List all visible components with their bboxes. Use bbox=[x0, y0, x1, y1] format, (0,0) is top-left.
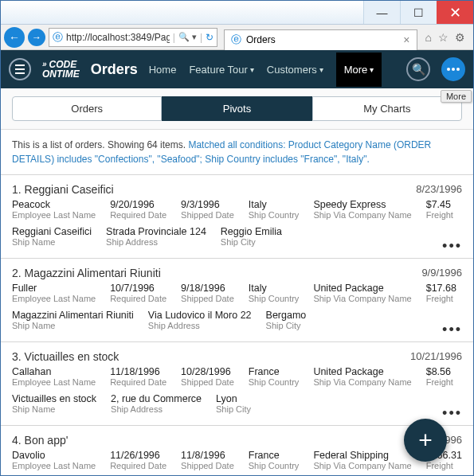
search-dropdown-icon[interactable]: 🔍 ▾ bbox=[178, 32, 197, 42]
order-record[interactable]: 4. Bon app' 10/29/1996 DavolioEmployee L… bbox=[1, 425, 473, 476]
browser-toolbar: ← → ⓔ http://localhost:3849/Page | 🔍 ▾ |… bbox=[1, 25, 473, 50]
nav-more[interactable]: More▾ bbox=[336, 53, 382, 87]
tab-title: Orders bbox=[246, 34, 276, 45]
refresh-icon[interactable]: ↻ bbox=[206, 32, 213, 43]
add-button[interactable]: + bbox=[404, 419, 447, 462]
record-more-icon[interactable]: ••• bbox=[442, 238, 462, 255]
url-text: http://localhost:3849/Page bbox=[66, 32, 170, 43]
menu-button[interactable] bbox=[9, 58, 31, 80]
page-title: Orders bbox=[91, 61, 138, 78]
tab-pivots[interactable]: Pivots bbox=[162, 96, 311, 121]
app-header: »CODE ONTIME Orders HomeFeature Tour▾Cus… bbox=[1, 50, 473, 88]
order-record[interactable]: 3. Victuailles en stock 10/21/1996 Calla… bbox=[1, 341, 473, 425]
tab-my-charts[interactable]: My Charts bbox=[312, 96, 462, 121]
record-more-icon[interactable]: ••• bbox=[442, 322, 462, 338]
logo: »CODE ONTIME bbox=[42, 60, 80, 79]
window-minimize-button[interactable]: — bbox=[363, 1, 400, 24]
tab-orders[interactable]: Orders bbox=[12, 96, 162, 121]
chevron-down-icon: ▾ bbox=[370, 65, 374, 74]
ie-icon: ⓔ bbox=[53, 30, 63, 45]
close-tab-icon[interactable]: × bbox=[403, 33, 409, 46]
ie-icon: ⓔ bbox=[231, 33, 241, 47]
browser-tab[interactable]: ⓔ Orders × bbox=[224, 29, 417, 50]
record-title: 2. Magazzini Alimentari Riuniti bbox=[12, 267, 161, 279]
nav-feature-tour[interactable]: Feature Tour▾ bbox=[189, 64, 253, 76]
record-title: 3. Victuailles en stock bbox=[12, 350, 119, 363]
window-close-button[interactable]: ✕ bbox=[437, 1, 473, 24]
search-button[interactable]: 🔍 bbox=[406, 57, 430, 81]
window-maximize-button[interactable]: ☐ bbox=[400, 1, 437, 24]
chevron-down-icon: ▾ bbox=[250, 65, 254, 74]
list-summary: This is a list of orders. Showing 64 ite… bbox=[1, 130, 473, 174]
favorites-icon[interactable]: ☆ bbox=[438, 31, 449, 44]
tools-icon[interactable]: ⚙ bbox=[455, 31, 465, 44]
record-title: 1. Reggiani Caseifici bbox=[12, 183, 114, 196]
chevron-down-icon: ▾ bbox=[319, 65, 323, 74]
nav-home[interactable]: Home bbox=[149, 64, 177, 76]
record-date: 10/21/1996 bbox=[410, 350, 462, 363]
window-titlebar: — ☐ ✕ bbox=[1, 1, 473, 25]
more-tooltip[interactable]: More bbox=[441, 90, 472, 103]
record-date: 8/23/1996 bbox=[416, 183, 462, 196]
header-nav: HomeFeature Tour▾Customers▾More▾ bbox=[149, 64, 382, 76]
nav-customers[interactable]: Customers▾ bbox=[267, 64, 323, 76]
content-scroll[interactable]: This is a list of orders. Showing 64 ite… bbox=[1, 130, 473, 476]
browser-forward-button[interactable]: → bbox=[28, 29, 45, 46]
record-date: 9/9/1996 bbox=[421, 267, 462, 279]
more-actions-button[interactable] bbox=[441, 57, 465, 81]
browser-back-button[interactable]: ← bbox=[4, 27, 25, 48]
address-bar[interactable]: ⓔ http://localhost:3849/Page | 🔍 ▾ | ↻ bbox=[49, 28, 217, 47]
record-title: 4. Bon app' bbox=[12, 434, 68, 447]
order-record[interactable]: 1. Reggiani Caseifici 8/23/1996 PeacockE… bbox=[1, 174, 473, 258]
home-icon[interactable]: ⌂ bbox=[425, 31, 432, 44]
record-more-icon[interactable]: ••• bbox=[442, 405, 462, 422]
order-record[interactable]: 2. Magazzini Alimentari Riuniti 9/9/1996… bbox=[1, 258, 473, 341]
view-tabs: OrdersPivotsMy Charts More bbox=[1, 88, 473, 130]
